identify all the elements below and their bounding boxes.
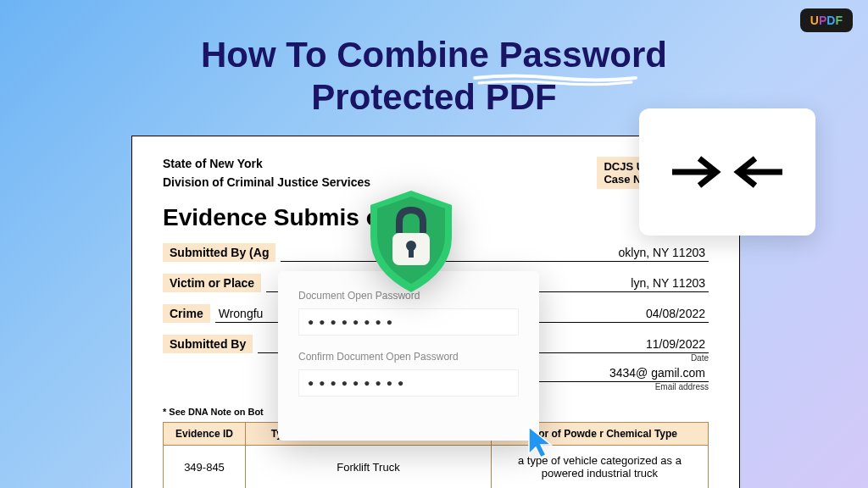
arrow-left-icon [730,152,787,192]
confirm-pw-label: Confirm Document Open Password [298,351,519,363]
th-evidence-id: Evidence ID [164,423,246,446]
combine-card [639,108,815,236]
doc-state: State of New York [163,157,370,170]
email-value: 3434@ gamil.com [539,366,709,382]
submitted-by-label: Submitted By (Ag [163,243,275,262]
page-title: How To Combine Password Protected PDF [0,0,868,119]
table-row: 349-845 Forklift Truck a type of vehicle… [164,446,709,489]
cursor-icon [526,424,556,461]
crime-label: Crime [163,304,210,323]
submitted-by-value: oklyn, NY 11203 [281,246,709,262]
victim-label: Victim or Place [163,274,261,292]
submitted-by2-label: Submitted By [163,335,253,353]
doc-division: Division of Criminal Justice Services [163,175,370,189]
password-dialog[interactable]: Document Open Password ●●●●●●●● Confirm … [278,271,539,441]
shield-icon [360,186,462,297]
underline-decoration [470,71,640,88]
arrow-right-icon [667,152,725,192]
svg-rect-4 [409,247,414,258]
doc-open-pw-input[interactable]: ●●●●●●●● [298,308,519,336]
confirm-pw-input[interactable]: ●●●●●●●●● [298,369,519,396]
